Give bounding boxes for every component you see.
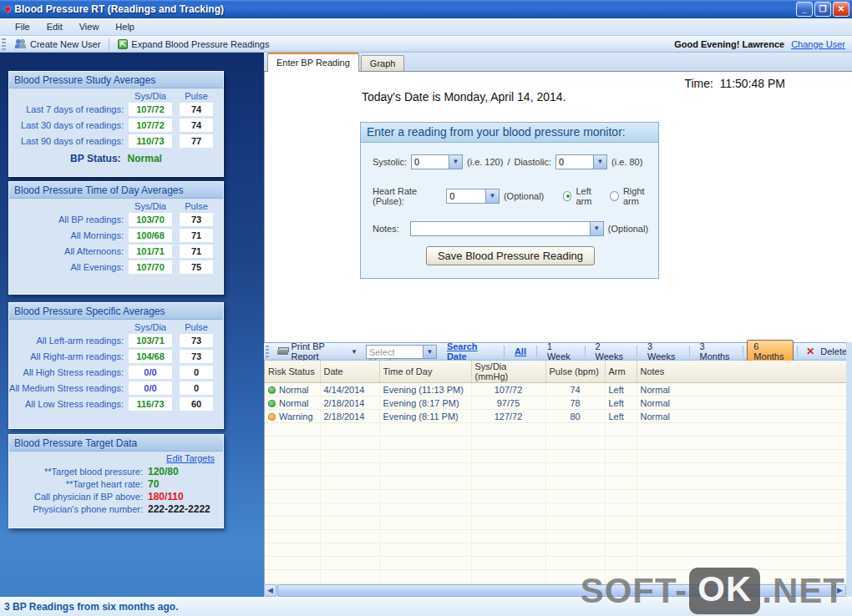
col-header-sysdia: Sys/Dia xyxy=(129,91,172,101)
risk-status-icon xyxy=(268,413,276,421)
col-pulse[interactable]: Pulse (bpm) xyxy=(545,361,605,383)
target-row: **Target heart rate: 70 xyxy=(9,478,223,490)
sysdia-value: 103/70 xyxy=(129,213,172,226)
filter-6-months[interactable]: 6 Months xyxy=(747,340,794,363)
tab-strip: Enter BP Reading Graph xyxy=(264,53,852,72)
table-row[interactable]: Normal 2/18/2014 Evening (8:17 PM) 97/75… xyxy=(265,396,846,410)
table-row-empty xyxy=(265,517,846,530)
pulse-value: 73 xyxy=(180,213,213,226)
right-arm-radio[interactable] xyxy=(610,191,619,201)
filter-3-weeks[interactable]: 3 Weeks xyxy=(641,340,686,363)
table-row-empty xyxy=(265,543,846,557)
tab-graph[interactable]: Graph xyxy=(361,55,405,71)
bp-status-value: Normal xyxy=(128,153,162,164)
form-title: Enter a reading from your blood pressure… xyxy=(361,123,658,143)
pulse-value: 0 xyxy=(180,381,213,395)
save-reading-button[interactable]: Save Blood Pressure Reading xyxy=(426,246,595,265)
heart-rate-dropdown[interactable]: 0▼ xyxy=(446,189,500,204)
menu-help[interactable]: Help xyxy=(107,19,143,34)
risk-status-icon xyxy=(268,386,276,394)
pulse-value: 73 xyxy=(180,350,213,363)
col-time-of-day[interactable]: Time of Day xyxy=(379,361,471,383)
table-row-empty xyxy=(265,437,846,450)
panel-study-averages: Blood Pressure Study Averages Sys/Dia Pu… xyxy=(8,71,224,177)
col-date[interactable]: Date xyxy=(320,361,379,383)
status-text: 3 BP Readings from six months ago. xyxy=(0,601,179,613)
panel-target-data: Blood Pressure Target Data Edit Targets … xyxy=(8,434,224,528)
notes-hint: (Optional) xyxy=(608,224,648,234)
minimize-button[interactable]: _ xyxy=(796,2,813,17)
pulse-value: 74 xyxy=(180,103,213,116)
target-value: 70 xyxy=(148,478,223,490)
chevron-down-icon: ▼ xyxy=(449,155,462,169)
table-row-empty xyxy=(265,530,846,543)
search-date-link[interactable]: Search Date xyxy=(447,341,478,361)
col-risk-status[interactable]: Risk Status xyxy=(265,361,320,383)
menu-file[interactable]: File xyxy=(7,19,38,34)
tab-enter-bp-reading[interactable]: Enter BP Reading xyxy=(267,53,359,72)
systolic-dropdown[interactable]: 0▼ xyxy=(411,154,463,169)
delete-button[interactable]: ✕ Delete xyxy=(801,344,852,359)
scroll-left-icon[interactable]: ◀ xyxy=(264,584,276,597)
sysdia-value: 103/71 xyxy=(129,334,172,347)
change-user-link[interactable]: Change User xyxy=(791,39,845,49)
sysdia-value: 0/0 xyxy=(129,381,172,395)
sysdia-value: 107/70 xyxy=(129,260,172,274)
target-value: 222-222-2222 xyxy=(148,503,223,515)
pulse-value: 75 xyxy=(180,260,213,274)
col-notes[interactable]: Notes xyxy=(636,361,846,383)
time-display: Time: 11:50:48 PM xyxy=(684,77,785,90)
avg-row: All Left-arm readings: 103/71 73 xyxy=(9,334,223,347)
edit-targets-link[interactable]: Edit Targets xyxy=(166,453,215,463)
filter-all[interactable]: All xyxy=(515,346,526,356)
table-header-row: Risk Status Date Time of Day Sys/Dia (mm… xyxy=(265,361,846,383)
menu-view[interactable]: View xyxy=(71,19,108,34)
diastolic-dropdown[interactable]: 0▼ xyxy=(555,154,607,169)
toolbar-grip xyxy=(266,346,269,357)
menu-edit[interactable]: Edit xyxy=(38,19,71,34)
expand-readings-button[interactable]: ⇱ Expand Blood Pressure Readings xyxy=(113,38,274,51)
table-row-empty xyxy=(265,503,846,517)
notes-dropdown[interactable]: ▼ xyxy=(410,221,604,236)
table-row-empty xyxy=(265,450,846,463)
col-header-pulse: Pulse xyxy=(180,91,213,101)
table-row-empty xyxy=(265,463,846,477)
print-bp-report-button[interactable]: Print BP Report ▼ xyxy=(272,340,362,363)
app-window: ♥ Blood Pressure RT (Readings and Tracki… xyxy=(0,0,852,616)
col-header-sysdia: Sys/Dia xyxy=(129,322,172,332)
bp-entry-form: Enter a reading from your blood pressure… xyxy=(360,122,659,279)
col-header-sysdia: Sys/Dia xyxy=(129,201,172,211)
enter-bp-tab-content: Time: 11:50:48 PM Today's Date is Monday… xyxy=(264,72,852,342)
close-button[interactable]: ✕ xyxy=(833,2,849,17)
target-row: **Target blood pressure: 120/80 xyxy=(9,466,223,477)
delete-x-icon: ✕ xyxy=(806,346,814,357)
avg-row: All Afternoons: 101/71 71 xyxy=(9,245,223,258)
panel-time-of-day-title: Blood Pressure Time of Day Averages xyxy=(9,182,223,199)
col-header-pulse: Pulse xyxy=(180,201,213,211)
select-month-dropdown[interactable]: Select Month ▼ xyxy=(366,345,437,359)
create-new-user-button[interactable]: Create New User xyxy=(9,38,105,51)
filter-1-week[interactable]: 1 Week xyxy=(540,340,581,363)
toolbar-grip xyxy=(2,38,6,50)
chevron-down-icon: ▼ xyxy=(423,346,436,358)
printer-icon xyxy=(277,347,287,356)
table-row[interactable]: Normal 4/14/2014 Evening (11:13 PM) 107/… xyxy=(265,383,846,396)
sysdia-value: 116/73 xyxy=(129,397,172,411)
toolbar-separator xyxy=(109,38,109,50)
avg-row: All Mornings: 100/68 71 xyxy=(9,229,223,242)
window-edge xyxy=(846,342,852,597)
left-arm-radio[interactable] xyxy=(563,191,572,201)
chevron-down-icon: ▼ xyxy=(485,189,499,203)
window-title: Blood Pressure RT (Readings and Tracking… xyxy=(14,3,224,15)
table-row[interactable]: Warning 2/18/2014 Evening (8:11 PM) 127/… xyxy=(265,410,846,423)
table-row-empty xyxy=(265,490,846,503)
restore-button[interactable]: ❐ xyxy=(814,2,831,17)
sysdia-value: 100/68 xyxy=(129,229,172,242)
panel-specific-averages: Blood Pressure Specific Averages Sys/Dia… xyxy=(8,302,224,429)
table-row-empty xyxy=(265,477,846,490)
filter-3-months[interactable]: 3 Months xyxy=(693,340,740,363)
col-sysdia[interactable]: Sys/Dia (mmHg) xyxy=(471,361,545,383)
col-arm[interactable]: Arm xyxy=(605,361,636,383)
filter-2-weeks[interactable]: 2 Weeks xyxy=(589,340,634,363)
avg-row: Last 30 days of readings: 107/72 74 xyxy=(9,119,223,132)
